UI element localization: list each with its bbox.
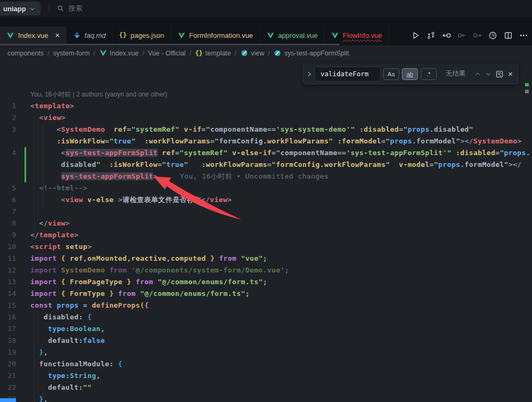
breadcrumb-item-system-form[interactable]: system-form [53,50,90,57]
tab-label: FormInformation.vue [189,31,253,39]
code-line[interactable]: disabled" :isWorkFlow="true" :workFlowPa… [0,159,532,171]
vue-icon [331,31,339,39]
overview-ruler-marker [525,90,529,93]
breadcrumb-item-view[interactable]: view [240,49,264,57]
line-number: 16 [0,311,16,323]
code-line[interactable]: 4 <sys-test-appFormSplit ref="systemRef"… [0,147,532,159]
breadcrumb-item-components[interactable]: components [7,50,44,57]
chevron-down-icon [29,6,35,12]
file-history-button[interactable] [487,30,498,41]
code-text: You, 16小时前 | 2 authors (yaoyn and one ot… [16,89,167,100]
code-line[interactable]: 18 default:false [0,335,532,347]
tab-FormInformation.vue[interactable]: FormInformation.vue [171,27,260,44]
code-text: disabled" :isWorkFlow="true" :workFlowPa… [16,159,522,171]
breadcrumb-item-Vue - Official[interactable]: Vue - Official [148,50,186,57]
braces-icon: {} [195,50,203,57]
tab-faq.md[interactable]: faq.md [67,27,113,44]
code-line[interactable]: 13import { FromPageType } from "@/common… [0,276,532,288]
line-number: 10 [0,241,16,253]
breadcrumb-label: Index.vue [110,50,139,57]
tab-approval.vue[interactable]: approval.vue [260,27,325,44]
code-line[interactable]: :isWorkFlow="true" :workFlowParams="form… [0,135,532,147]
find-widget: validateForm Aa ab .* 无结果 × [303,64,518,84]
more-actions-button[interactable] [518,30,529,41]
breadcrumb-label: system-form [53,50,90,57]
code-line[interactable]: 7 [0,206,532,218]
split-editor-button[interactable] [503,30,513,41]
code-line[interactable]: 6 <view v-else >请检查表单文件是否存在</view> [0,194,532,206]
previous-change-button[interactable] [456,30,467,41]
line-number: 5 [0,182,16,194]
command-center-search[interactable]: 搜索 [57,4,83,13]
code-text: type:String, [16,370,101,382]
find-input[interactable]: validateForm [315,67,381,82]
next-change-button[interactable] [472,30,482,41]
code-line[interactable]: 15const props = defineProps({ [0,300,532,311]
code-text: </view> [16,218,70,229]
code-line[interactable]: 2 <view> [0,112,532,124]
code-line[interactable]: 10<script setup> [0,241,532,253]
code-text: import { ref,onMounted,reactive,computed… [16,253,267,264]
find-in-selection-button[interactable] [495,69,504,79]
breadcrumb-item-template[interactable]: {}template [195,50,231,57]
breadcrumb-separator: / [47,50,49,57]
line-number: 8 [0,218,16,229]
code-line[interactable]: 5 <!--html--> [0,182,532,194]
line-number: 17 [0,323,16,335]
previous-match-button[interactable] [473,69,481,79]
tab-FlowInfo.vue[interactable]: FlowInfo.vue [325,27,389,44]
line-number: 12 [0,264,16,276]
whole-word-button[interactable]: ab [402,68,418,80]
tab-close-button[interactable]: × [55,31,59,39]
close-find-button[interactable]: × [506,69,514,79]
code-line[interactable]: 20 functionalModule: { [0,358,532,370]
code-editor[interactable]: You, 16小时前 | 2 authors (yaoyn and one ot… [0,61,532,402]
line-number: 13 [0,276,16,288]
run-button[interactable] [410,30,421,41]
workspace-switcher[interactable]: uniapp [0,2,41,15]
code-line[interactable]: 9</template> [0,229,532,241]
tab-bar: Index.vue×faq.md{}pages.jsonFormInformat… [0,17,532,45]
code-line[interactable]: 3 <SystemDemo ref="systemRef" v-if="comp… [0,124,532,135]
breadcrumb-separator: / [189,50,191,57]
breadcrumb-item-sys-test-appFormSplit[interactable]: sys-test-appFormSplit [273,49,349,57]
markdown-icon [73,31,81,39]
code-line[interactable]: 17 type:Boolean, [0,323,532,335]
regex-button[interactable]: .* [421,68,437,80]
next-match-button[interactable] [485,69,493,79]
code-text: </template> [16,229,79,241]
code-text: <view v-else >请检查表单文件是否存在</view> [16,194,232,206]
tab-pages.json[interactable]: {}pages.json [112,27,171,44]
find-expand-toggle[interactable] [307,64,312,84]
code-line[interactable]: 16 disabled: { [0,311,532,323]
code-line[interactable]: 19 }, [0,347,532,358]
code-line[interactable]: 12import SystemDemo from '@/components/s… [0,264,532,276]
tab-Index.vue[interactable]: Index.vue× [0,27,67,44]
compare-changes-button[interactable] [425,30,436,41]
line-number: 21 [0,370,16,382]
search-icon [57,5,65,12]
open-changes-button[interactable] [441,30,452,41]
code-line[interactable]: sys-test-appFormSplit>You, 16小时前 • Uncom… [0,171,532,182]
breadcrumb-item-Index.vue[interactable]: Index.vue [99,49,139,57]
tab-label: FlowInfo.vue [343,31,382,39]
code-line[interactable]: 11import { ref,onMounted,reactive,comput… [0,253,532,264]
code-line[interactable]: 22 default:"" [0,382,532,393]
line-number: 3 [0,124,16,135]
code-text: }, [16,347,48,358]
line-number: 15 [0,300,16,311]
line-number: 1 [0,100,16,112]
code-text: default:"" [16,382,92,393]
code-line[interactable]: 21 type:String, [0,370,532,382]
code-text: <script setup> [16,241,92,253]
vue-icon [6,31,14,39]
code-line[interactable]: 14import { FormType } from "@/common/enu… [0,288,532,300]
symbol-element-icon [240,49,248,57]
code-line[interactable]: 1<template> [0,100,532,112]
code-line[interactable]: 23 }, [0,393,532,402]
title-bar: uniapp 搜索 [0,0,532,17]
code-line[interactable]: 8 </view> [0,218,532,229]
overview-ruler-modified-marker [525,83,529,86]
tab-label: pages.json [131,31,164,39]
match-case-button[interactable]: Aa [383,68,399,80]
